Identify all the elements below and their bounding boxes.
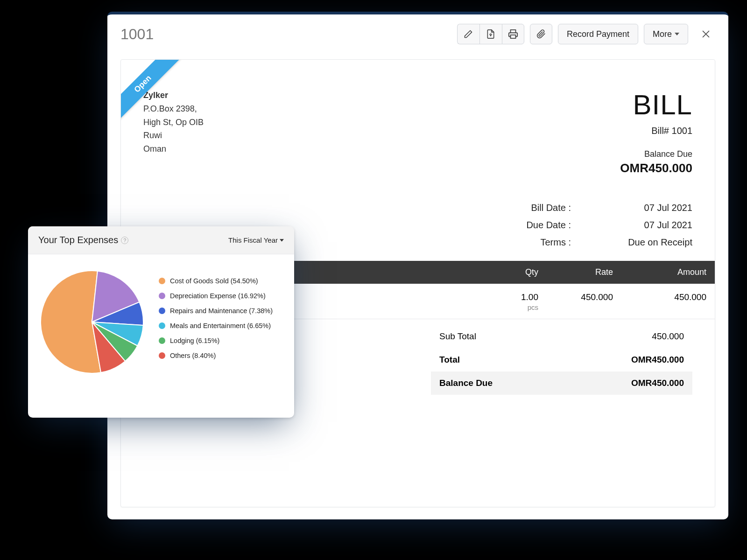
vendor-address: Zylker P.O.Box 2398, High St, Op OIB Ruw…	[143, 89, 204, 175]
legend-dot	[159, 322, 165, 329]
more-button[interactable]: More	[644, 24, 688, 44]
legend-item[interactable]: Repairs and Maintenance (7.38%)	[159, 307, 273, 315]
print-icon	[508, 29, 518, 39]
due-date-value: 07 Jul 2021	[608, 220, 692, 231]
close-button[interactable]	[697, 25, 715, 43]
legend-item[interactable]: Lodging (6.15%)	[159, 337, 273, 344]
top-expenses-card: Your Top Expenses ? This Fiscal Year Cos…	[28, 226, 294, 418]
item-qty: 1.00	[521, 292, 538, 302]
legend-label: Repairs and Maintenance (7.38%)	[170, 307, 273, 315]
record-payment-label: Record Payment	[567, 29, 629, 39]
legend-label: Others (8.40%)	[170, 352, 216, 359]
legend-item[interactable]: Others (8.40%)	[159, 352, 273, 359]
bill-date-key: Bill Date :	[506, 203, 571, 213]
legend-dot	[159, 352, 165, 359]
svg-rect-0	[510, 35, 515, 38]
expense-card-body: Cost of Goods Sold (54.50%)Depreciation …	[28, 254, 294, 418]
legend-label: Lodging (6.15%)	[170, 337, 219, 344]
edit-button[interactable]	[457, 24, 479, 44]
bill-number: Bill# 1001	[620, 126, 692, 136]
caret-down-icon	[675, 33, 679, 35]
total-key: Total	[439, 355, 460, 365]
pencil-icon	[464, 29, 473, 39]
caret-down-icon	[280, 239, 284, 242]
legend-label: Cost of Goods Sold (54.50%)	[170, 277, 258, 285]
legend-dot	[159, 337, 165, 344]
legend-item[interactable]: Cost of Goods Sold (54.50%)	[159, 277, 273, 285]
expense-legend: Cost of Goods Sold (54.50%)Depreciation …	[159, 277, 273, 367]
pdf-icon	[486, 29, 495, 39]
balance-due-value: OMR450.000	[620, 161, 692, 175]
terms-key: Terms :	[506, 237, 571, 248]
action-icon-group	[457, 24, 524, 44]
vendor-line1: P.O.Box 2398,	[143, 102, 204, 116]
paperclip-icon	[536, 29, 546, 39]
vendor-line2: High St, Op OIB	[143, 116, 204, 129]
col-amount: Amount	[613, 267, 706, 277]
print-button[interactable]	[502, 24, 524, 44]
bill-title-block: BILL Bill# 1001 Balance Due OMR450.000	[620, 89, 692, 175]
item-rate: 450.000	[538, 292, 613, 302]
subtotal-value: 450.000	[652, 331, 684, 342]
bill-date-value: 07 Jul 2021	[608, 203, 692, 213]
legend-label: Meals and Entertainment (6.65%)	[170, 322, 271, 329]
due-date-key: Due Date :	[506, 220, 571, 231]
period-label: This Fiscal Year	[228, 236, 278, 244]
subtotal-key: Sub Total	[439, 331, 476, 342]
expense-card-title: Your Top Expenses	[38, 235, 118, 245]
balance-value: OMR450.000	[631, 378, 684, 388]
legend-item[interactable]: Depreciation Expense (16.92%)	[159, 292, 273, 300]
page-title: 1001	[120, 26, 451, 43]
attach-button[interactable]	[530, 24, 552, 44]
vendor-name: Zylker	[143, 89, 204, 102]
expense-card-header: Your Top Expenses ? This Fiscal Year	[28, 226, 294, 254]
totals-block: Sub Total 450.000 Total OMR450.000 Balan…	[431, 325, 692, 395]
item-unit: pcs	[482, 303, 538, 316]
vendor-city: Ruwi	[143, 129, 204, 142]
balance-due-label: Balance Due	[620, 149, 692, 159]
period-dropdown[interactable]: This Fiscal Year	[228, 236, 284, 244]
expense-card-title-wrap: Your Top Expenses ?	[38, 235, 128, 245]
close-icon	[701, 29, 711, 39]
vendor-country: Oman	[143, 142, 204, 156]
expense-pie-chart	[38, 268, 146, 376]
item-amount: 450.000	[613, 292, 706, 302]
pdf-button[interactable]	[479, 24, 502, 44]
col-rate: Rate	[538, 267, 613, 277]
legend-dot	[159, 308, 165, 314]
record-payment-button[interactable]: Record Payment	[558, 24, 638, 44]
legend-label: Depreciation Expense (16.92%)	[170, 292, 266, 300]
legend-dot	[159, 293, 165, 299]
col-qty: Qty	[482, 267, 538, 277]
legend-dot	[159, 278, 165, 284]
more-label: More	[653, 29, 672, 39]
total-value: OMR450.000	[631, 355, 684, 365]
terms-value: Due on Receipt	[608, 237, 692, 248]
help-icon[interactable]: ?	[121, 237, 128, 244]
legend-item[interactable]: Meals and Entertainment (6.65%)	[159, 322, 273, 329]
bill-title: BILL	[620, 89, 692, 121]
toolbar: 1001 Record Pa	[107, 14, 728, 55]
balance-key: Balance Due	[439, 378, 493, 388]
